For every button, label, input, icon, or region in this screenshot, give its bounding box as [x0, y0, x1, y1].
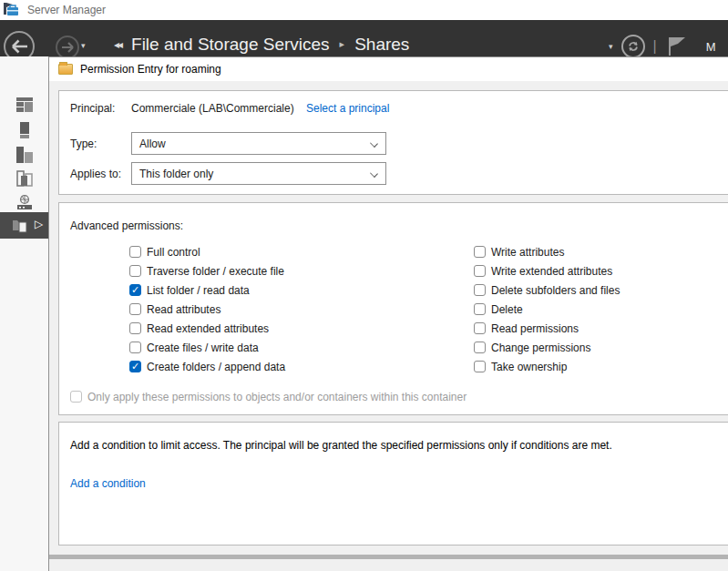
checkbox-create-folders[interactable]: [129, 361, 141, 372]
checkbox-delete-subfolders[interactable]: [474, 284, 486, 296]
sidebar-item-file-and-storage-services[interactable]: ▷: [0, 212, 48, 239]
sidebar: ▷: [0, 56, 48, 571]
permission-label: Read extended attributes: [147, 322, 269, 335]
principal-groupbox: Principal: Commerciale (LAB\Commerciale)…: [58, 90, 728, 195]
permission-row[interactable]: Create files / write data: [129, 338, 285, 357]
sidebar-item-dashboard[interactable]: [0, 93, 48, 117]
collapse-chevrons-icon[interactable]: ◂◂: [114, 38, 121, 55]
applies-to-label: Applies to:: [70, 168, 121, 180]
window-title: Server Manager: [27, 4, 106, 16]
permission-label: Take ownership: [491, 361, 567, 373]
refresh-button[interactable]: [621, 35, 645, 58]
permission-label: Write extended attributes: [491, 265, 612, 278]
permission-label: Full control: [147, 246, 200, 259]
permission-row[interactable]: Write extended attributes: [474, 261, 620, 280]
type-dropdown-value: Allow: [139, 138, 166, 150]
permission-label: Delete subfolders and files: [491, 284, 620, 297]
checkbox-read-permissions[interactable]: [474, 322, 486, 334]
principal-label: Principal:: [70, 102, 115, 115]
checkbox-take-ownership[interactable]: [474, 361, 486, 372]
chevron-down-icon: [370, 139, 378, 148]
permission-row[interactable]: Traverse folder / execute file: [129, 261, 285, 280]
permission-row[interactable]: Change permissions: [474, 338, 620, 357]
principal-value: Commerciale (LAB\Commerciale): [131, 102, 294, 115]
checkbox-full-control[interactable]: [129, 246, 141, 258]
refresh-icon: [627, 40, 640, 53]
permission-label: Write attributes: [491, 246, 564, 259]
navigation-bar: ▾ ◂◂ File and Storage Services ▸ Shares …: [0, 20, 728, 56]
permission-entry-dialog: Permission Entry for roaming Principal: …: [48, 56, 728, 571]
all-servers-icon: [16, 147, 33, 163]
only-apply-row: Only apply these permissions to objects …: [70, 387, 467, 406]
permission-row[interactable]: Delete subfolders and files: [474, 280, 620, 300]
checkbox-write-extended-attributes[interactable]: [474, 265, 486, 277]
checkbox-traverse-folder[interactable]: [129, 265, 141, 277]
history-dropdown-caret-icon[interactable]: ▾: [81, 41, 86, 50]
chevron-down-icon: [370, 169, 378, 178]
permissions-right-column: Write attributes Write extended attribut…: [474, 242, 620, 376]
advanced-permissions-label: Advanced permissions:: [70, 219, 183, 232]
permission-label: Read attributes: [147, 303, 220, 316]
checkbox-delete[interactable]: [474, 303, 486, 315]
breadcrumb-item-file-storage[interactable]: File and Storage Services: [131, 35, 330, 55]
permission-label: Read permissions: [491, 322, 579, 335]
add-a-condition-link[interactable]: Add a condition: [70, 477, 146, 490]
server-manager-window: Server Manager ▾ ◂◂ File and Storage Ser…: [0, 0, 728, 571]
permission-row[interactable]: List folder / read data: [129, 280, 285, 300]
permission-label: Delete: [491, 303, 523, 316]
select-a-principal-link[interactable]: Select a principal: [306, 102, 389, 115]
sidebar-item-local-server[interactable]: [0, 118, 48, 142]
permission-row[interactable]: Read extended attributes: [129, 319, 285, 338]
checkbox-read-extended-attributes[interactable]: [129, 322, 141, 334]
checkbox-only-apply: [70, 391, 82, 403]
dialog-titlebar: Permission Entry for roaming: [49, 57, 728, 81]
advanced-permissions-groupbox: Advanced permissions: Full control Trave…: [58, 202, 728, 415]
breadcrumb-dropdown-caret-icon[interactable]: ▾: [609, 42, 613, 51]
sidebar-expand-arrow-icon[interactable]: ▷: [35, 218, 43, 230]
breadcrumb-separator-icon: ▸: [340, 38, 345, 55]
navbar-separator: |: [653, 38, 657, 55]
permission-row[interactable]: Read attributes: [129, 300, 285, 319]
permission-row[interactable]: Take ownership: [474, 357, 620, 376]
dashboard-icon: [16, 97, 33, 112]
checkbox-write-attributes[interactable]: [474, 246, 486, 258]
permission-row[interactable]: Read permissions: [474, 319, 620, 338]
permissions-left-column: Full control Traverse folder / execute f…: [129, 242, 285, 376]
local-server-icon: [19, 122, 30, 138]
checkbox-read-attributes[interactable]: [129, 303, 141, 315]
only-apply-label: Only apply these permissions to objects …: [87, 391, 467, 403]
applies-to-dropdown[interactable]: This folder only: [131, 162, 386, 185]
checkbox-list-folder[interactable]: [129, 284, 141, 296]
forward-arrow-icon: [61, 42, 75, 53]
manage-menu[interactable]: M: [695, 40, 716, 54]
type-label: Type:: [70, 138, 97, 150]
checkbox-change-permissions[interactable]: [474, 342, 486, 353]
folder-icon: [58, 64, 73, 75]
notification-flag-icon[interactable]: [665, 36, 687, 56]
breadcrumb-item-shares[interactable]: Shares: [354, 35, 409, 55]
file-and-storage-services-icon: [12, 218, 30, 233]
dialog-bottom-divider: [49, 555, 728, 559]
sidebar-item-web-server[interactable]: [0, 190, 48, 214]
window-titlebar: Server Manager: [0, 0, 728, 20]
condition-groupbox: Add a condition to limit access. The pri…: [58, 422, 728, 546]
servers-group-icon: [16, 170, 33, 187]
permission-row[interactable]: Delete: [474, 300, 620, 319]
permission-label: List folder / read data: [147, 284, 250, 297]
back-arrow-icon: [10, 39, 28, 54]
permission-label: Traverse folder / execute file: [147, 265, 284, 278]
server-manager-logo-icon: [4, 3, 19, 17]
permission-row[interactable]: Full control: [129, 242, 285, 261]
permission-label: Change permissions: [491, 342, 590, 354]
permission-label: Create files / write data: [147, 342, 259, 354]
breadcrumb: ◂◂ File and Storage Services ▸ Shares: [114, 27, 409, 55]
permission-label: Create folders / append data: [147, 361, 285, 373]
permission-row[interactable]: Create folders / append data: [129, 357, 285, 376]
web-server-icon: [16, 195, 33, 210]
type-dropdown[interactable]: Allow: [131, 132, 386, 155]
sidebar-item-servers-group[interactable]: [0, 167, 48, 190]
permission-row[interactable]: Write attributes: [474, 242, 620, 261]
checkbox-create-files[interactable]: [129, 342, 141, 353]
condition-description: Add a condition to limit access. The pri…: [70, 439, 612, 452]
sidebar-item-all-servers[interactable]: [0, 143, 48, 167]
